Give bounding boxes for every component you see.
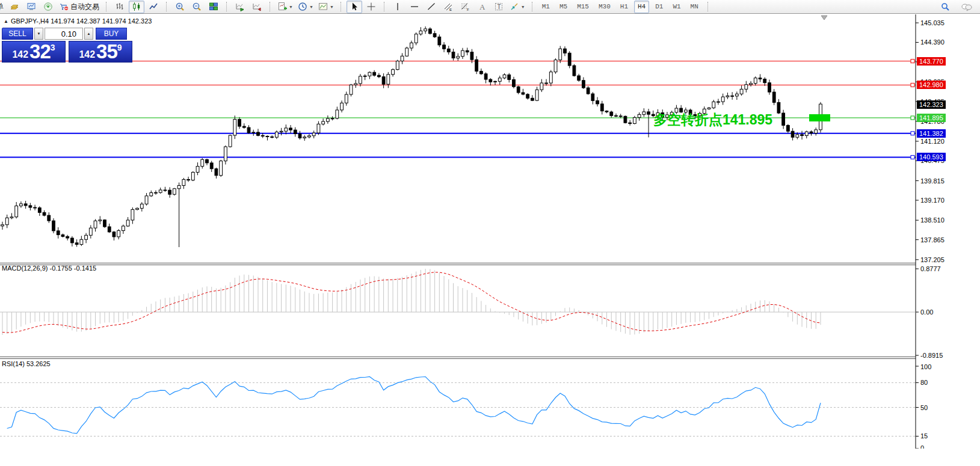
axis-tick-label: -0.8915: [920, 352, 943, 359]
templates-icon-dropdown-arrow[interactable]: ▼: [330, 5, 334, 9]
svg-text:E: E: [449, 8, 452, 11]
sell-price-big: 32: [29, 42, 51, 61]
tile-windows-icon[interactable]: [206, 1, 221, 13]
scroll-group: [230, 0, 267, 14]
zoom-group: [170, 0, 223, 14]
timeframe-h4[interactable]: H4: [634, 1, 649, 13]
zoom-out-icon[interactable]: [189, 1, 205, 13]
buy-price-prefix: 142: [79, 48, 95, 61]
axis-tick-label: 137.865: [920, 236, 945, 244]
signals-icon[interactable]: [40, 1, 56, 13]
toolbar-separator: [341, 2, 342, 11]
chart-shift-icon[interactable]: [249, 1, 265, 13]
fibonacci-icon[interactable]: F: [457, 1, 473, 13]
candlestick-icon[interactable]: [129, 1, 144, 13]
mt4-window: 单 自动交易▼▼▼EFAT▼M1M5M15M30H1H4D1W1MN ▲ GBP…: [0, 0, 980, 466]
svg-text:T: T: [497, 4, 501, 10]
indicators-icon-dropdown-arrow[interactable]: ▼: [289, 5, 293, 9]
equidistant-channel-icon[interactable]: E: [440, 1, 456, 13]
search-icon[interactable]: [937, 1, 953, 13]
timeframe-h1[interactable]: H1: [617, 1, 632, 13]
highlight-rectangle-object[interactable]: [809, 114, 830, 121]
axis-tick-label: 0.00: [920, 308, 933, 316]
text-label-icon[interactable]: T: [491, 1, 507, 13]
line-endpoint-square: [911, 116, 914, 120]
chart-type-group: [110, 0, 163, 14]
autotrading-button[interactable]: 自动交易: [57, 1, 101, 13]
volume-input[interactable]: [45, 28, 83, 40]
timeframe-m1[interactable]: M1: [538, 1, 553, 13]
one-click-trading-panel: SELL ▼ ▲ BUY 142 32 3 142 35 9: [2, 28, 133, 63]
symbol-header: ▲ GBPJPY-,H4 141.974 142.387 141.974 142…: [4, 17, 152, 25]
chart-shift-marker[interactable]: [821, 16, 827, 20]
sell-price-prefix: 142: [12, 48, 28, 61]
cursor-icon[interactable]: [347, 1, 362, 13]
volume-decrease-button[interactable]: ▼: [34, 28, 43, 40]
axis-tick-label: 137.205: [920, 256, 945, 263]
line-endpoint-square: [911, 155, 914, 159]
current-price-badge: 142.323: [917, 100, 946, 109]
text-icon[interactable]: A: [474, 1, 490, 13]
price-level-badge-141.895: 141.895: [917, 114, 946, 122]
toolbar: 单 自动交易▼▼▼EFAT▼M1M5M15M30H1H4D1W1MN: [0, 0, 980, 14]
chat-icon[interactable]: [959, 1, 975, 13]
cursor-group: [345, 0, 381, 14]
periods-icon-dropdown-arrow[interactable]: ▼: [309, 5, 313, 9]
timeframe-w1[interactable]: W1: [669, 1, 684, 13]
gold-bars-icon[interactable]: [7, 1, 22, 13]
axis-tick-label: 50: [920, 404, 928, 411]
toolbar-separator: [226, 2, 227, 11]
buy-price-big: 35: [96, 42, 117, 61]
buy-button[interactable]: BUY: [96, 28, 127, 40]
metaeditor-icon[interactable]: [23, 1, 39, 13]
axis-tick-label: 80: [920, 379, 928, 386]
toolbar-separator: [166, 2, 167, 11]
timeframe-mn[interactable]: MN: [687, 1, 702, 13]
line-endpoint-square: [911, 132, 914, 135]
trendline-icon[interactable]: [424, 1, 439, 13]
vertical-line-icon[interactable]: [390, 1, 405, 13]
templates-icon[interactable]: ▼: [316, 1, 336, 13]
horizontal-line-icon[interactable]: [407, 1, 422, 13]
buy-price-button[interactable]: 142 35 9: [69, 41, 132, 63]
toolbar-separator: [270, 2, 271, 11]
indicators-icon[interactable]: ▼: [276, 1, 295, 13]
timeframe-m30[interactable]: M30: [595, 1, 614, 13]
auto-scroll-icon[interactable]: [232, 1, 248, 13]
rsi-label: RSI(14) 53.2625: [2, 360, 51, 367]
axis-tick-label: 144.390: [920, 38, 945, 46]
zoom-in-icon[interactable]: [172, 1, 188, 13]
sell-price-button[interactable]: 142 32 3: [2, 41, 66, 63]
new-order-button[interactable]: 单: [0, 2, 5, 12]
timeframe-m5[interactable]: M5: [556, 1, 571, 13]
axis-tick-label: 145.035: [920, 19, 945, 26]
bar-chart-icon[interactable]: [112, 1, 128, 13]
timeframe-d1[interactable]: D1: [652, 1, 667, 13]
symbol-info: GBPJPY-,H4 141.974 142.387 141.974 142.3…: [11, 17, 152, 25]
line-endpoint-square: [911, 83, 914, 87]
line-chart-icon[interactable]: [146, 1, 161, 13]
sell-price-sup: 3: [51, 43, 55, 52]
svg-text:F: F: [467, 8, 469, 11]
annotation-text-object[interactable]: 多空转折点141.895: [653, 111, 772, 129]
crosshair-icon[interactable]: [363, 1, 379, 13]
volume-increase-button[interactable]: ▲: [84, 28, 93, 40]
svg-text:A: A: [479, 2, 485, 11]
rsi-line: [7, 377, 821, 434]
arrows-icon-dropdown-arrow[interactable]: ▼: [521, 5, 525, 9]
macd-label: MACD(12,26,9) -0.1755 -0.1415: [2, 265, 96, 272]
axis-tick-label: 0.8777: [920, 265, 941, 272]
timeframe-group: M1M5M15M30H1H4D1W1MN: [536, 0, 704, 14]
chart-canvas[interactable]: [0, 14, 980, 466]
toolbar-separator: [106, 2, 107, 11]
arrows-icon[interactable]: ▼: [508, 1, 527, 13]
timeframe-m15[interactable]: M15: [573, 1, 593, 13]
collapse-panel-arrow[interactable]: ▲: [4, 19, 8, 24]
autotrading-button-label: 自动交易: [70, 2, 99, 12]
price-level-badge-140.593: 140.593: [917, 153, 946, 161]
price-level-badge-141.382: 141.382: [917, 129, 946, 138]
periods-icon[interactable]: ▼: [296, 1, 315, 13]
sell-button[interactable]: SELL: [2, 28, 33, 40]
axis-tick-label: 15: [920, 432, 928, 440]
window-bottom-strip: [0, 449, 980, 466]
